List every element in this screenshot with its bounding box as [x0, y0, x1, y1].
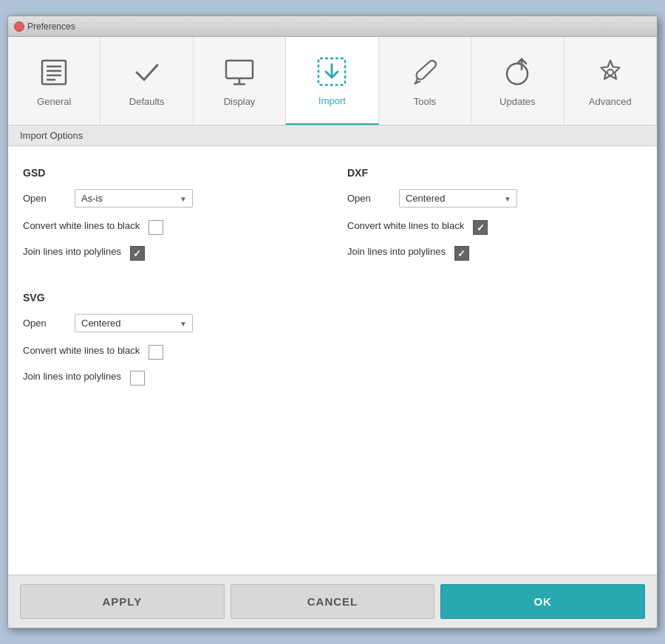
list-icon — [36, 55, 72, 90]
right-column: DXF Open As-is Centered Fit to Page Conv… — [347, 161, 642, 560]
footer: APPLY CANCEL OK — [8, 575, 657, 628]
dxf-convert-white-checkbox[interactable] — [473, 220, 488, 235]
svg-convert-white-checkbox[interactable] — [149, 345, 163, 360]
tab-display[interactable]: Display — [194, 37, 286, 125]
gsd-join-polylines-checkbox[interactable] — [130, 246, 145, 261]
gsd-convert-white-label: Convert white lines to black — [23, 219, 140, 233]
tab-updates[interactable]: Updates — [471, 37, 564, 125]
svg-label: SVG — [23, 292, 318, 304]
gsd-convert-white-row: Convert white lines to black — [23, 219, 318, 235]
tab-general-label: General — [37, 96, 71, 107]
svg-open-dropdown-wrapper: As-is Centered Fit to Page — [75, 314, 193, 332]
gsd-open-dropdown-wrapper: As-is Centered Fit to Page — [75, 189, 193, 208]
gsd-open-select[interactable]: As-is Centered Fit to Page — [75, 189, 193, 208]
title-bar: Preferences — [8, 16, 657, 37]
dxf-join-polylines-row: Join lines into polylines — [347, 245, 642, 261]
tab-bar: General Defaults Display — [8, 37, 657, 126]
svg-point-10 — [507, 64, 528, 84]
tab-import[interactable]: Import — [286, 37, 378, 125]
gsd-open-row: Open As-is Centered Fit to Page — [23, 189, 318, 208]
dxf-open-row: Open As-is Centered Fit to Page — [347, 189, 642, 208]
svg-open-label: Open — [23, 318, 67, 329]
advanced-icon — [593, 55, 628, 90]
left-column: GSD Open As-is Centered Fit to Page Conv… — [23, 161, 318, 560]
gsd-label: GSD — [23, 167, 318, 179]
updates-icon — [499, 55, 535, 90]
dxf-open-dropdown-wrapper: As-is Centered Fit to Page — [399, 189, 517, 208]
gsd-open-label: Open — [23, 193, 67, 204]
apply-button[interactable]: APPLY — [20, 584, 225, 619]
tab-tools[interactable]: Tools — [379, 37, 471, 125]
import-icon — [314, 54, 349, 89]
gsd-join-polylines-label: Join lines into polylines — [23, 245, 121, 258]
tab-defaults[interactable]: Defaults — [100, 37, 193, 125]
ok-button[interactable]: OK — [440, 584, 645, 619]
close-button[interactable] — [14, 21, 24, 32]
dxf-label: DXF — [347, 167, 642, 179]
svg-convert-white-label: Convert white lines to black — [23, 344, 140, 357]
svg-convert-white-row: Convert white lines to black — [23, 344, 318, 360]
dialog-title: Preferences — [27, 21, 75, 32]
svg-open-row: Open As-is Centered Fit to Page — [23, 314, 318, 332]
tab-defaults-label: Defaults — [129, 96, 165, 107]
tab-import-label: Import — [318, 95, 346, 106]
tab-display-label: Display — [224, 96, 256, 107]
dxf-convert-white-row: Convert white lines to black — [347, 219, 642, 235]
svg-join-polylines-label: Join lines into polylines — [23, 370, 121, 383]
svg-point-12 — [607, 69, 613, 75]
preferences-dialog: Preferences General Def — [7, 16, 658, 628]
monitor-icon — [222, 55, 257, 90]
svg-join-polylines-checkbox[interactable] — [130, 371, 145, 386]
tools-icon — [407, 55, 443, 90]
svg-open-select[interactable]: As-is Centered Fit to Page — [75, 314, 193, 332]
gsd-join-polylines-row: Join lines into polylines — [23, 245, 318, 261]
tab-updates-label: Updates — [499, 96, 535, 107]
tab-advanced[interactable]: Advanced — [565, 37, 657, 125]
gsd-convert-white-checkbox[interactable] — [149, 220, 163, 235]
tab-general[interactable]: General — [8, 37, 100, 125]
svg-rect-5 — [226, 61, 253, 78]
dxf-open-select[interactable]: As-is Centered Fit to Page — [399, 189, 517, 208]
cancel-button[interactable]: CANCEL — [231, 584, 435, 619]
dxf-join-polylines-label: Join lines into polylines — [347, 245, 446, 258]
tab-advanced-label: Advanced — [589, 96, 632, 107]
tab-tools-label: Tools — [414, 96, 436, 107]
dxf-convert-white-label: Convert white lines to black — [347, 219, 464, 233]
dxf-open-label: Open — [347, 193, 392, 204]
content-area: GSD Open As-is Centered Fit to Page Conv… — [8, 146, 657, 575]
section-header: Import Options — [8, 126, 657, 146]
check-icon — [129, 55, 165, 90]
svg-join-polylines-row: Join lines into polylines — [23, 370, 318, 386]
dxf-join-polylines-checkbox[interactable] — [454, 246, 469, 261]
